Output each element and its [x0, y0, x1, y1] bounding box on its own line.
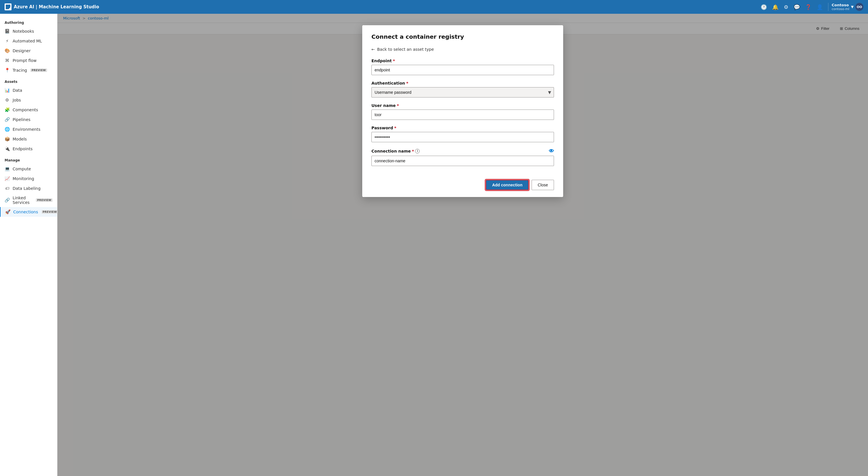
- sidebar: Authoring 📓 Notebooks ⚡ Automated ML 🎨 D…: [0, 14, 57, 476]
- user-workspace: contoso-ml: [832, 7, 849, 11]
- password-field: Password *: [371, 126, 554, 142]
- authentication-label: Authentication *: [371, 81, 554, 86]
- sidebar-item-connections[interactable]: 🚀 Connections PREVIEW: [0, 207, 57, 217]
- close-button[interactable]: Close: [532, 180, 554, 190]
- sidebar-item-environments[interactable]: 🌐 Environments: [0, 125, 57, 134]
- settings-icon[interactable]: ⚙: [784, 4, 788, 10]
- data-labeling-icon: 🏷: [5, 186, 10, 191]
- environments-icon: 🌐: [5, 127, 10, 132]
- sidebar-section-assets: Assets: [0, 75, 57, 86]
- preview-badge-connections: PREVIEW: [42, 210, 57, 214]
- add-connection-button[interactable]: Add connection: [486, 180, 529, 190]
- sidebar-item-jobs[interactable]: ⚙ Jobs: [0, 95, 57, 105]
- sidebar-item-pipelines[interactable]: 🔗 Pipelines: [0, 115, 57, 125]
- sidebar-item-compute[interactable]: 💻 Compute: [0, 164, 57, 174]
- designer-icon: 🎨: [5, 48, 10, 53]
- sidebar-item-notebooks[interactable]: 📓 Notebooks: [0, 26, 57, 36]
- sidebar-item-models[interactable]: 📦 Models: [0, 134, 57, 144]
- connection-name-required: *: [412, 149, 414, 154]
- preview-badge-tracing: PREVIEW: [30, 69, 47, 72]
- user-name: Contoso: [832, 3, 849, 7]
- history-icon[interactable]: 🕐: [761, 4, 767, 10]
- sidebar-item-monitoring[interactable]: 📈 Monitoring: [0, 174, 57, 183]
- info-icon[interactable]: i: [415, 149, 420, 154]
- username-field: User name *: [371, 103, 554, 120]
- username-required: *: [397, 103, 399, 108]
- app-header: Azure AI | Machine Learning Studio 🕐 🔔 ⚙…: [0, 0, 868, 14]
- connect-container-registry-modal: Connect a container registry ← Back to s…: [362, 25, 563, 197]
- username-label: User name *: [371, 103, 554, 108]
- connections-icon: 🚀: [5, 209, 10, 214]
- sidebar-item-designer[interactable]: 🎨 Designer: [0, 46, 57, 56]
- help-icon[interactable]: ❓: [805, 4, 811, 10]
- monitoring-icon: 📈: [5, 176, 10, 181]
- connection-name-input[interactable]: [371, 156, 554, 166]
- preview-badge-linked: PREVIEW: [36, 198, 53, 202]
- back-button[interactable]: ← Back to select an asset type: [371, 47, 554, 52]
- back-arrow-icon: ←: [371, 47, 375, 52]
- sidebar-item-automated-ml[interactable]: ⚡ Automated ML: [0, 36, 57, 46]
- password-input-wrapper: [371, 132, 554, 142]
- notebook-icon: 📓: [5, 29, 10, 34]
- password-label: Password *: [371, 126, 554, 130]
- header-logo-area: Azure AI | Machine Learning Studio: [5, 3, 99, 10]
- sidebar-section-manage: Manage: [0, 154, 57, 164]
- password-input[interactable]: [371, 132, 554, 142]
- username-input[interactable]: [371, 109, 554, 120]
- password-required: *: [394, 126, 396, 130]
- models-icon: 📦: [5, 136, 10, 142]
- components-icon: 🧩: [5, 107, 10, 112]
- bell-icon[interactable]: 🔔: [772, 4, 778, 10]
- sidebar-item-components[interactable]: 🧩 Components: [0, 105, 57, 115]
- endpoints-icon: 🔌: [5, 146, 10, 151]
- modal-overlay: Connect a container registry ← Back to s…: [57, 14, 868, 476]
- sidebar-section-authoring: Authoring: [0, 16, 57, 26]
- jobs-icon: ⚙: [5, 98, 10, 103]
- sidebar-item-data[interactable]: 📊 Data: [0, 86, 57, 95]
- user-menu[interactable]: Contoso contoso-ml ▼ OO: [828, 3, 863, 11]
- pipelines-icon: 🔗: [5, 117, 10, 122]
- endpoint-required: *: [393, 59, 395, 63]
- azure-logo: [5, 3, 11, 10]
- modal-title: Connect a container registry: [371, 33, 554, 40]
- authentication-select-wrapper: Username password ▼: [371, 87, 554, 98]
- chat-icon[interactable]: 💬: [794, 4, 800, 10]
- authentication-required: *: [406, 81, 408, 86]
- eye-icon[interactable]: 👁: [549, 148, 554, 154]
- sidebar-item-tracing[interactable]: 📍 Tracing PREVIEW: [0, 65, 57, 75]
- header-actions: 🕐 🔔 ⚙ 💬 ❓ 👤 Contoso contoso-ml ▼ OO: [761, 3, 863, 11]
- endpoint-field: Endpoint *: [371, 59, 554, 75]
- app-title: Azure AI | Machine Learning Studio: [14, 4, 99, 9]
- app-body: Authoring 📓 Notebooks ⚡ Automated ML 🎨 D…: [0, 14, 868, 476]
- authentication-field: Authentication * Username password ▼: [371, 81, 554, 98]
- main-content: Microsoft > contoso-ml ⚙ Filter ⊞ Column…: [57, 14, 868, 476]
- compute-icon: 💻: [5, 166, 10, 171]
- prompt-flow-icon: ⌘: [5, 58, 10, 63]
- modal-footer: Add connection Close: [371, 175, 554, 190]
- avatar: OO: [856, 3, 863, 11]
- connection-name-field: Connection name * i 👁: [371, 148, 554, 166]
- automated-ml-icon: ⚡: [5, 38, 10, 43]
- sidebar-item-linked-services[interactable]: 🔗 Linked Services PREVIEW: [0, 193, 57, 207]
- linked-services-icon: 🔗: [5, 198, 10, 203]
- endpoint-label: Endpoint *: [371, 59, 554, 63]
- sidebar-item-endpoints[interactable]: 🔌 Endpoints: [0, 144, 57, 154]
- endpoint-input[interactable]: [371, 65, 554, 75]
- authentication-select[interactable]: Username password: [371, 87, 554, 98]
- sidebar-item-data-labeling[interactable]: 🏷 Data Labeling: [0, 183, 57, 193]
- account-icon[interactable]: 👤: [817, 4, 823, 10]
- sidebar-item-prompt-flow[interactable]: ⌘ Prompt flow: [0, 56, 57, 65]
- chevron-down-icon: ▼: [851, 5, 854, 9]
- tracing-icon: 📍: [5, 68, 10, 73]
- data-icon: 📊: [5, 88, 10, 93]
- connection-name-label: Connection name * i 👁: [371, 148, 554, 154]
